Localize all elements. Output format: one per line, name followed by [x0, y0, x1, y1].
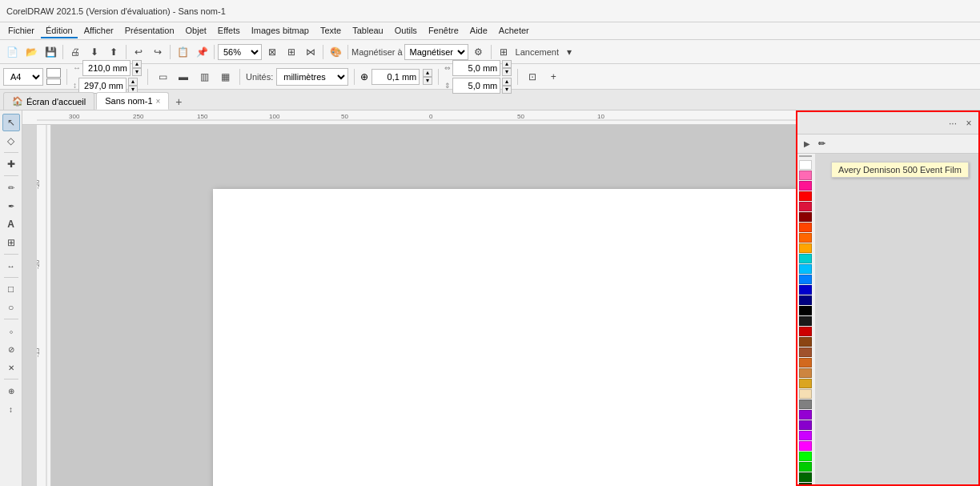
tab-home[interactable]: 🏠 Écran d'accueil: [3, 92, 94, 110]
tool-fill[interactable]: ⬦: [2, 322, 20, 339]
menu-objet[interactable]: Objet: [181, 24, 211, 38]
add-page-button[interactable]: +: [544, 68, 562, 86]
tool-eraser[interactable]: ✕: [2, 359, 20, 376]
menu-fichier[interactable]: Fichier: [3, 24, 39, 38]
swatch-item[interactable]: [799, 483, 812, 484]
nudge-up[interactable]: ▴: [423, 69, 432, 77]
export-button[interactable]: ⬆: [105, 43, 122, 61]
swatch-item[interactable]: [799, 441, 812, 451]
menu-outils[interactable]: Outils: [390, 24, 422, 38]
tool-dimension[interactable]: ↔: [2, 257, 20, 275]
swatch-item[interactable]: [799, 420, 812, 430]
swatch-item[interactable]: [799, 295, 812, 305]
nudge-input[interactable]: [372, 69, 420, 85]
swatch-item[interactable]: [799, 316, 812, 326]
menu-edition[interactable]: Édition: [41, 24, 78, 38]
swatch-item[interactable]: [799, 191, 812, 201]
tab-add-button[interactable]: +: [171, 94, 187, 110]
tool-connector[interactable]: ⊕: [2, 382, 20, 400]
width-input[interactable]: [82, 60, 131, 76]
landscape-button[interactable]: [46, 78, 61, 85]
print-button[interactable]: 🖨: [66, 43, 84, 61]
menu-tableau[interactable]: Tableau: [347, 24, 388, 38]
page-stats-icon[interactable]: ▦: [216, 68, 234, 86]
save-button[interactable]: 💾: [42, 43, 59, 61]
copy-button[interactable]: 📋: [174, 43, 191, 61]
page-size-select[interactable]: A4: [3, 68, 43, 86]
menu-afficher[interactable]: Afficher: [79, 24, 118, 38]
panel-close-button[interactable]: ×: [962, 117, 975, 130]
lancement-dropdown[interactable]: ▾: [560, 43, 578, 61]
height-up[interactable]: ▴: [128, 78, 138, 86]
tab-document[interactable]: Sans nom-1 ×: [96, 92, 169, 110]
swatch-item[interactable]: [799, 264, 812, 274]
redo-button[interactable]: ↪: [149, 43, 167, 61]
swatch-item[interactable]: [799, 223, 812, 232]
tool-text[interactable]: A: [2, 215, 20, 233]
magnetiser-select[interactable]: Magnétiser à: [404, 44, 468, 60]
canvas-area[interactable]: 300 250 150 100 50 0 50 10 -20 -20 -15: [22, 110, 796, 486]
pos-x-up[interactable]: ▴: [502, 60, 512, 68]
tool-eyedropper[interactable]: ⊘: [2, 340, 20, 358]
portrait-button[interactable]: [46, 68, 61, 78]
swatch-item[interactable]: [799, 431, 812, 440]
tool-node[interactable]: ◇: [2, 132, 20, 150]
settings-button[interactable]: ⚙: [470, 43, 488, 61]
swatch-item[interactable]: [799, 410, 812, 420]
panel-prev-button[interactable]: ▶: [801, 138, 813, 151]
width-up[interactable]: ▴: [132, 60, 142, 68]
swatch-item[interactable]: [799, 171, 812, 180]
swatch-item[interactable]: [799, 212, 812, 222]
tool-transform[interactable]: ↕: [2, 400, 20, 418]
swatch-item[interactable]: [799, 327, 812, 336]
tool-rect[interactable]: □: [2, 280, 20, 298]
width-down[interactable]: ▾: [132, 68, 142, 76]
tool-freehand[interactable]: ✏: [2, 179, 20, 196]
menu-aide[interactable]: Aide: [465, 24, 492, 38]
tool-pan[interactable]: ✚: [2, 155, 20, 173]
panel-menu-button[interactable]: ···: [946, 117, 959, 130]
zoom-fit-button[interactable]: ⊠: [263, 43, 281, 61]
swatch-item[interactable]: [799, 181, 812, 191]
menu-effets[interactable]: Effets: [213, 24, 245, 38]
tool-ellipse[interactable]: ○: [2, 299, 20, 316]
swatch-item[interactable]: [799, 254, 812, 263]
undo-button[interactable]: ↩: [130, 43, 147, 61]
swatch-item[interactable]: [799, 452, 812, 461]
swatch-item[interactable]: [799, 400, 812, 409]
page-props-button[interactable]: ⊡: [524, 68, 541, 86]
workspace-button[interactable]: ⊞: [495, 43, 512, 61]
landscape-icon[interactable]: ▬: [175, 68, 192, 86]
pos-x-down[interactable]: ▾: [502, 68, 512, 76]
nudge-down[interactable]: ▾: [423, 77, 432, 85]
paste-button[interactable]: 📌: [193, 43, 211, 61]
tool-table[interactable]: ⊞: [2, 234, 20, 251]
swatch-item[interactable]: [799, 306, 812, 315]
portrait-icon[interactable]: ▭: [154, 68, 171, 86]
swatch-item[interactable]: [799, 285, 812, 295]
snap-button[interactable]: ⋈: [302, 43, 319, 61]
swatch-item[interactable]: [799, 275, 812, 284]
new-button[interactable]: 📄: [3, 43, 21, 61]
swatch-item[interactable]: [799, 233, 812, 243]
page-border-icon[interactable]: ▥: [195, 68, 213, 86]
import-button[interactable]: ⬇: [86, 43, 103, 61]
tab-close-button[interactable]: ×: [156, 97, 161, 106]
menu-fenetre[interactable]: Fenêtre: [424, 24, 464, 38]
swatch-item[interactable]: [799, 243, 812, 253]
panel-edit-button[interactable]: ✏: [815, 138, 828, 151]
menu-images-bitmap[interactable]: Images bitmap: [247, 24, 314, 38]
swatch-item[interactable]: [799, 160, 812, 170]
drawing-canvas[interactable]: -20 -20 -15: [37, 125, 796, 486]
swatch-item[interactable]: [799, 379, 812, 388]
view-grid-button[interactable]: ⊞: [283, 43, 300, 61]
menu-presentation[interactable]: Présentation: [120, 24, 179, 38]
pos-x-input[interactable]: [452, 60, 500, 76]
swatch-item[interactable]: [799, 462, 812, 472]
zoom-select[interactable]: 56%: [218, 44, 262, 60]
swatch-item[interactable]: [799, 472, 812, 482]
swatch-item[interactable]: [799, 347, 812, 357]
tool-bezier[interactable]: ✒: [2, 197, 20, 215]
tool-select[interactable]: ↖: [2, 114, 20, 131]
menu-texte[interactable]: Texte: [315, 24, 346, 38]
